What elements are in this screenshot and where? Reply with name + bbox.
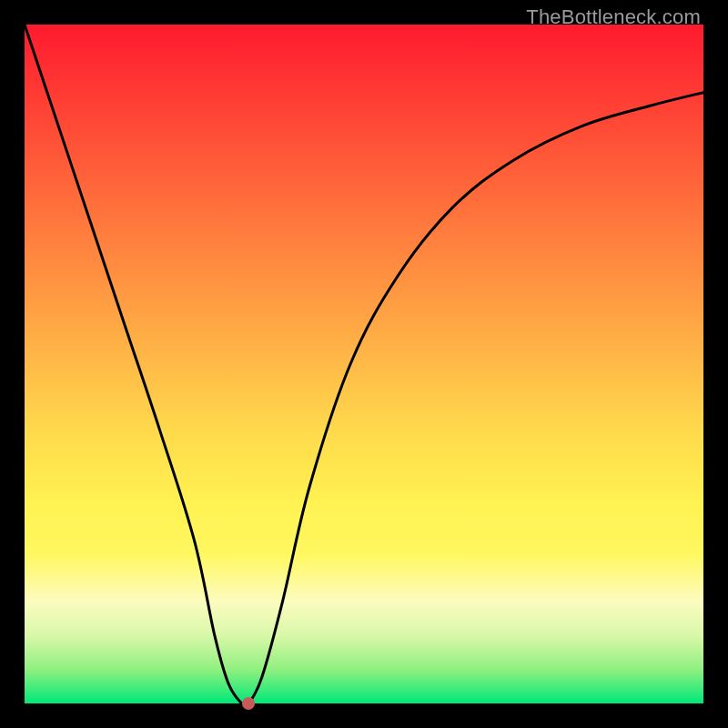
- optimal-point-marker: [242, 697, 255, 710]
- chart-container: TheBottleneck.com: [0, 0, 728, 728]
- watermark-text: TheBottleneck.com: [526, 5, 701, 29]
- bottleneck-curve: [25, 25, 703, 703]
